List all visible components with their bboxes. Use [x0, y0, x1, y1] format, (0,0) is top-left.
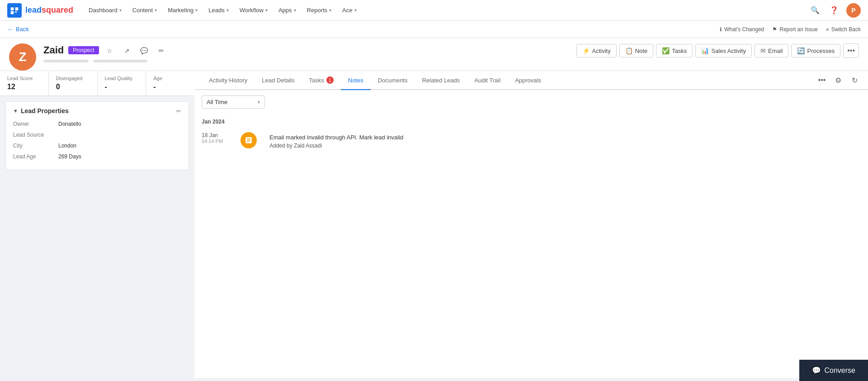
tab-documents[interactable]: Documents	[371, 71, 415, 89]
processes-button[interactable]: 🔄 Processes	[791, 44, 840, 57]
processes-icon: 🔄	[797, 47, 805, 54]
lead-header: Z Zaid Prospect ☆ ⇗ 💬 ✏ ⚡ Activity 📋 Not…	[0, 38, 868, 71]
caret-icon: ▾	[329, 8, 331, 13]
time-filter-select[interactable]: All Time ▾	[202, 95, 265, 109]
back-arrow-icon: ←	[7, 26, 13, 33]
timeline-date: 18 Jan 04:14 PM	[202, 132, 233, 150]
property-city-label: City	[13, 143, 58, 149]
tabs-more-button[interactable]: •••	[816, 74, 828, 86]
timeline-date-time: 04:14 PM	[202, 138, 233, 144]
help-button[interactable]: ❓	[827, 4, 841, 17]
nav-item-ace[interactable]: Ace ▾	[338, 4, 361, 16]
caret-icon: ▾	[155, 8, 157, 13]
switch-back-button[interactable]: « Switch Back	[826, 26, 861, 33]
tab-audit-trail[interactable]: Audit Trail	[467, 71, 508, 89]
lead-name: Zaid	[43, 44, 64, 56]
svg-rect-2	[11, 11, 14, 14]
metric-lead-quality-value: -	[105, 83, 139, 91]
nav-item-workflow[interactable]: Workflow ▾	[235, 4, 272, 16]
timeline-note-icon	[241, 132, 257, 148]
whats-changed-button[interactable]: ℹ What's Changed	[720, 26, 764, 33]
property-owner-label: Owner	[13, 121, 58, 127]
properties-edit-button[interactable]: ✏	[176, 108, 181, 114]
user-avatar-nav[interactable]: P	[846, 3, 861, 18]
timeline-month-jan2024: Jan 2024	[202, 114, 861, 128]
nav-item-apps[interactable]: Apps ▾	[274, 4, 301, 16]
nav-item-marketing[interactable]: Marketing ▾	[163, 4, 202, 16]
note-icon: 📋	[625, 47, 633, 54]
progress-bar-2	[93, 60, 147, 62]
lead-properties-header: ▼ Lead Properties ✏	[13, 107, 181, 114]
lead-properties-title: ▼ Lead Properties	[13, 107, 69, 114]
back-label: Back	[16, 26, 29, 33]
timeline-area: Jan 2024 18 Jan 04:14 PM Email marked in…	[194, 114, 868, 378]
tabs-actions: ••• ⚙ ↻	[816, 74, 861, 86]
property-lead-age: Lead Age 269 Days	[13, 153, 181, 160]
star-button[interactable]: ☆	[104, 44, 116, 57]
tasks-button[interactable]: ✅ Tasks	[656, 44, 693, 57]
tab-tasks[interactable]: Tasks 1	[302, 71, 341, 89]
caret-icon: ▾	[354, 8, 357, 13]
timeline-content: Email marked invalid through API. Mark l…	[269, 132, 861, 150]
filter-label: All Time	[207, 99, 227, 105]
tab-related-leads[interactable]: Related Leads	[415, 71, 467, 89]
lead-actions-right: ⚡ Activity 📋 Note ✅ Tasks 📊 Sales Activi…	[576, 43, 859, 62]
tasks-badge: 1	[326, 76, 334, 84]
svg-rect-3	[15, 11, 17, 12]
lead-status-badge: Prospect	[68, 46, 99, 54]
metric-lead-quality-label: Lead Quality	[105, 76, 139, 81]
note-button[interactable]: 📋 Note	[619, 44, 653, 57]
chat-button[interactable]: 💬	[138, 44, 151, 57]
back-button[interactable]: ← Back	[7, 26, 29, 33]
property-lead-age-label: Lead Age	[13, 153, 58, 160]
nav-item-reports[interactable]: Reports ▾	[302, 4, 336, 16]
metric-lead-score-label: Lead Score	[7, 76, 41, 81]
breadcrumb-bar: ← Back ℹ What's Changed ⚑ Report an Issu…	[0, 21, 868, 38]
more-actions-button[interactable]: •••	[843, 43, 859, 58]
property-lead-age-value: 269 Days	[58, 153, 181, 160]
metric-age-label: Age	[153, 76, 187, 81]
caret-icon: ▾	[294, 8, 296, 13]
email-button[interactable]: ✉ Email	[755, 44, 789, 57]
sales-activity-icon: 📊	[701, 47, 709, 54]
filter-caret-icon: ▾	[258, 100, 260, 105]
tabs-settings-button[interactable]: ⚙	[832, 74, 844, 86]
progress-bar-1	[43, 60, 89, 62]
tab-notes[interactable]: Notes	[341, 71, 371, 90]
converse-icon: 💬	[812, 366, 821, 375]
share-button[interactable]: ⇗	[121, 44, 133, 57]
main-content: Lead Score 12 Disengaged 0 Lead Quality …	[0, 71, 868, 378]
sales-activity-button[interactable]: 📊 Sales Activity	[695, 44, 752, 57]
nav-item-content[interactable]: Content ▾	[128, 4, 162, 16]
caret-icon: ▾	[265, 8, 268, 13]
report-issue-button[interactable]: ⚑ Report an Issue	[772, 26, 818, 33]
logo[interactable]: leadsquared	[7, 3, 73, 18]
info-icon: ℹ	[720, 26, 722, 33]
timeline-event-title: Email marked invalid through API. Mark l…	[269, 134, 861, 141]
metrics-row: Lead Score 12 Disengaged 0 Lead Quality …	[0, 71, 194, 96]
property-lead-source: Lead Source	[13, 132, 181, 138]
lead-sub-info	[43, 60, 576, 62]
search-button[interactable]: 🔍	[808, 4, 822, 17]
converse-button[interactable]: 💬 Converse	[799, 360, 868, 378]
breadcrumb-right: ℹ What's Changed ⚑ Report an Issue « Swi…	[720, 26, 861, 33]
lead-action-icons: ☆ ⇗ 💬 ✏	[104, 44, 168, 57]
tabs-refresh-button[interactable]: ↻	[848, 74, 861, 86]
collapse-icon[interactable]: ▼	[13, 108, 18, 114]
edit-button[interactable]: ✏	[155, 44, 168, 57]
logo-icon	[7, 3, 22, 18]
nav-item-leads[interactable]: Leads ▾	[204, 4, 233, 16]
lead-name-row: Zaid Prospect ☆ ⇗ 💬 ✏	[43, 43, 576, 57]
nav-right: 🔍 ❓ P	[808, 3, 861, 18]
logo-text: leadsquared	[25, 5, 73, 15]
tab-lead-details[interactable]: Lead Details	[255, 71, 302, 89]
svg-rect-1	[15, 7, 19, 10]
activity-button[interactable]: ⚡ Activity	[576, 44, 617, 57]
svg-rect-0	[11, 7, 14, 10]
timeline-date-day: 18 Jan	[202, 132, 233, 138]
nav-item-dashboard[interactable]: Dashboard ▾	[84, 4, 126, 16]
lead-info: Zaid Prospect ☆ ⇗ 💬 ✏	[43, 43, 576, 62]
caret-icon: ▾	[119, 8, 122, 13]
tab-activity-history[interactable]: Activity History	[202, 71, 255, 89]
tab-approvals[interactable]: Approvals	[508, 71, 548, 89]
